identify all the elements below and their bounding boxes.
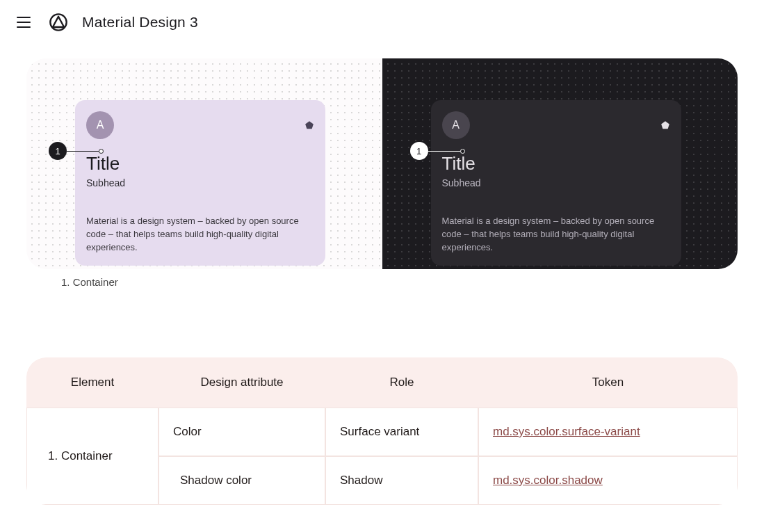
cell-attribute: Shadow color: [159, 456, 325, 505]
col-header-attribute: Design attribute: [159, 357, 325, 408]
app-header: Material Design 3: [0, 0, 764, 45]
annotation-marker-dark: 1: [410, 142, 465, 160]
annotation-badge: 1: [49, 142, 67, 160]
annotation-connector: [428, 151, 460, 152]
token-link[interactable]: md.sys.color.shadow: [493, 474, 603, 487]
card-title: Title: [442, 153, 670, 175]
table-row: 1. Container Color Surface variant md.sy…: [26, 408, 738, 456]
annotation-endpoint: [99, 149, 104, 154]
panel-light: 1 A Title Subhead Material is a design s…: [26, 58, 382, 269]
pentagon-icon: [304, 120, 314, 130]
figure-caption: 1. Container: [26, 269, 738, 288]
col-header-role: Role: [325, 357, 478, 408]
cell-attribute: Color: [159, 408, 325, 456]
figure-region: 1 A Title Subhead Material is a design s…: [0, 58, 764, 288]
card-subhead: Subhead: [442, 177, 670, 188]
annotation-endpoint: [460, 149, 465, 154]
pentagon-icon: [660, 120, 670, 130]
annotation-marker-light: 1: [49, 142, 104, 160]
example-card-light: A Title Subhead Material is a design sys…: [75, 100, 325, 266]
token-link[interactable]: md.sys.color.surface-variant: [493, 425, 640, 438]
avatar: A: [86, 111, 114, 139]
cell-element: 1. Container: [26, 408, 159, 505]
annotation-connector: [67, 151, 99, 152]
spec-table: Element Design attribute Role Token 1. C…: [26, 357, 738, 505]
col-header-element: Element: [26, 357, 159, 408]
card-subhead: Subhead: [86, 177, 314, 188]
panel-dark: 1 A Title Subhead Material is a design s…: [382, 58, 738, 269]
col-header-token: Token: [478, 357, 738, 408]
cell-role: Shadow: [325, 456, 478, 505]
brand[interactable]: Material Design 3: [49, 13, 198, 32]
brand-title: Material Design 3: [82, 14, 198, 31]
cell-token: md.sys.color.surface-variant: [478, 408, 738, 456]
card-body-text: Material is a design system – backed by …: [442, 215, 670, 255]
table-header-row: Element Design attribute Role Token: [26, 357, 738, 408]
card-body-text: Material is a design system – backed by …: [86, 215, 314, 255]
menu-icon[interactable]: [17, 14, 33, 31]
example-card-dark: A Title Subhead Material is a design sys…: [431, 100, 681, 266]
annotation-badge: 1: [410, 142, 428, 160]
cell-token: md.sys.color.shadow: [478, 456, 738, 505]
example-figure: 1 A Title Subhead Material is a design s…: [26, 58, 738, 269]
avatar: A: [442, 111, 470, 139]
material-logo-icon: [49, 13, 68, 32]
cell-role: Surface variant: [325, 408, 478, 456]
spec-table-region: Element Design attribute Role Token 1. C…: [0, 357, 764, 505]
card-title: Title: [86, 153, 314, 175]
